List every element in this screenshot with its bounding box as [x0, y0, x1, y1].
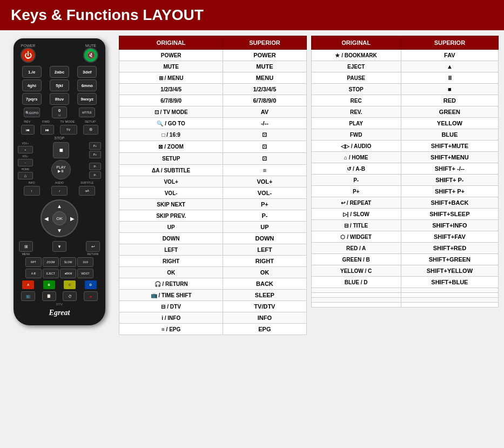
menu-btn[interactable]: ⊞ — [19, 241, 33, 252]
setup-btn[interactable]: ⚙ — [83, 125, 98, 135]
table2-original-cell: REC — [311, 95, 401, 106]
btn-1[interactable]: 1./e — [22, 66, 42, 78]
blue-btn[interactable]: D — [85, 280, 97, 289]
title-btn[interactable]: ⊟TITLE — [79, 108, 95, 117]
epg-icon[interactable]: 📋 — [42, 291, 56, 301]
table-row: RECRED — [311, 95, 499, 106]
goto-btn[interactable]: 🔍GOTO — [24, 108, 40, 117]
table-row — [311, 298, 499, 303]
table-row: REV.GREEN — [311, 106, 499, 118]
table1-original-cell: i / INFO — [119, 312, 223, 324]
table2-original-cell: REV. — [311, 106, 401, 118]
vol-plus-btn[interactable]: + — [18, 146, 33, 153]
btn-9[interactable]: 9wxyz — [77, 93, 97, 105]
timeshift-icon[interactable]: ⏱ — [63, 291, 77, 301]
nav-up-arrow[interactable]: ▲ — [57, 203, 62, 209]
table1-original-cell: RIGHT — [119, 256, 223, 267]
home-btn[interactable]: ⌂ — [18, 172, 33, 179]
bookmark-btn[interactable]: ★BKM — [60, 269, 76, 278]
table2-original-cell: ↩ / REPEAT — [311, 197, 401, 209]
rec-icon[interactable]: ● — [84, 291, 98, 301]
table2-original-cell: ▷| / SLOW — [311, 209, 401, 220]
table1-superior-cell: ⊡ — [223, 153, 306, 165]
green-btn[interactable]: B — [43, 280, 55, 289]
rev-btn[interactable]: ⏮ — [21, 125, 35, 135]
dtv-btn-dtv: 📺 — [21, 291, 35, 301]
table-row: PAUSE⏸ — [311, 72, 499, 84]
btn-0[interactable]: 0⊔ — [52, 106, 67, 118]
ab-btn[interactable]: A-B — [25, 269, 42, 278]
info-row-btns: i ♪ aA — [18, 186, 101, 196]
repeat-btn[interactable]: RPT — [25, 257, 42, 267]
nav-left-arrow[interactable]: ◀ — [44, 216, 49, 222]
table-row: ΔA / SUBTITLE≡ — [119, 165, 307, 176]
ok-button[interactable]: OK — [52, 211, 66, 225]
vol-minus-btn[interactable]: - — [18, 159, 33, 166]
table-row: 📺 / TIME SHIFTSLEEP — [119, 290, 307, 301]
dtv-icon[interactable]: 📺 — [21, 291, 35, 301]
nav-down-arrow[interactable]: ▼ — [57, 228, 62, 233]
table2-original-cell: ◁▷ / AUDIO — [311, 141, 401, 152]
nav-down-btn[interactable]: ▼ — [52, 241, 66, 252]
table1-original-cell: VOL+ — [119, 176, 223, 188]
table1-original-cell: ΔA / SUBTITLE — [119, 165, 223, 176]
btn-8[interactable]: 8tuv — [50, 93, 69, 105]
table1-superior-cell: ⊡ — [223, 129, 306, 141]
p-minus-bot[interactable]: P- — [89, 171, 101, 179]
table2-superior-cell: SHIFT+BLUE — [401, 277, 498, 288]
menu-item-menu: ⊞ MENU — [19, 241, 33, 256]
table-row: ↩ / REPEATSHIFT+BACK — [311, 197, 499, 209]
vol-left: VOL+ + VOL- - HOME ⌂ — [18, 142, 33, 179]
table2-original-cell: BLUE / D — [311, 277, 401, 288]
menu-item-return: ↩ RETURN — [86, 241, 100, 256]
table1-original-cell: MUTE — [119, 61, 223, 72]
btn-2[interactable]: 2abc — [50, 66, 69, 78]
mute-label: MUTE — [83, 44, 98, 48]
p-minus-mid[interactable]: P- — [89, 163, 101, 170]
169-btn[interactable]: 16:9 — [77, 257, 93, 267]
info-btn[interactable]: i — [24, 186, 40, 196]
center-controls: ■ PLAY ▶⏸ — [51, 142, 71, 179]
table-row — [311, 288, 499, 293]
audio-btn[interactable]: ♪ — [51, 186, 68, 196]
fwd-btn[interactable]: ⏭ — [41, 125, 54, 135]
table1-original-cell: ⊟ / DTV — [119, 301, 223, 312]
nav-right-arrow[interactable]: ▶ — [70, 216, 75, 222]
btn-7[interactable]: 7pqrs — [22, 93, 42, 105]
p-plus-mid[interactable]: P+ — [89, 151, 101, 158]
btn-6[interactable]: 6mno — [77, 79, 97, 91]
p-plus-top[interactable]: P+ — [89, 142, 101, 150]
nav-section: ▲ ▼ ◀ ▶ OK — [18, 198, 101, 239]
slow-btn[interactable]: SLOW — [60, 257, 76, 267]
btn-4[interactable]: 4ghi — [22, 79, 42, 91]
yellow-btn[interactable]: C — [64, 280, 76, 289]
tvmode-btn[interactable]: TV — [60, 125, 77, 135]
num-row-1: 1./e 2abc 3def — [18, 66, 101, 78]
table-row: RED / ASHIFT+RED — [311, 243, 499, 254]
table1-original-cell: 🔍 / GO TO — [119, 118, 223, 129]
table-row: PLAYYELLOW — [311, 118, 499, 129]
red-btn[interactable]: A — [22, 280, 34, 289]
table-row: LEFTLEFT — [119, 244, 307, 256]
zoom-btn[interactable]: ZOOM — [43, 257, 59, 267]
dtv-row: 📺 📋 ⏱ ● — [18, 291, 101, 301]
subtitle-btn[interactable]: aA — [79, 186, 95, 196]
table1-original-cell: ⊠ / ZOOM — [119, 141, 223, 153]
play-btn[interactable]: PLAY ▶⏸ — [51, 160, 71, 179]
table2-original-cell: STOP — [311, 84, 401, 95]
mute-button[interactable]: 🔇 — [83, 48, 98, 63]
power-button[interactable]: ⏻ — [21, 48, 36, 63]
table2-superior-cell: SHIFT+FAV — [401, 231, 498, 243]
menu-return-row: ⊞ MENU ▼ ↩ RETURN — [18, 241, 101, 256]
return-btn[interactable]: ↩ — [86, 241, 100, 252]
widget-btn[interactable]: WDGT — [77, 269, 93, 278]
btn-3[interactable]: 3def — [77, 66, 97, 78]
table-row: ⊟ / TITLESHIFT+INFO — [311, 220, 499, 231]
table1-superior-cell: BACK — [223, 278, 306, 290]
eject-btn[interactable]: EJECT — [43, 269, 59, 278]
table2-superior-cell: ⏸ — [401, 72, 498, 84]
btn-5[interactable]: 5jkl — [50, 79, 69, 91]
stop-btn[interactable]: ■ — [53, 142, 69, 158]
table2-superior-cell: SHIFT+MENU — [401, 152, 498, 163]
table-row — [311, 293, 499, 298]
